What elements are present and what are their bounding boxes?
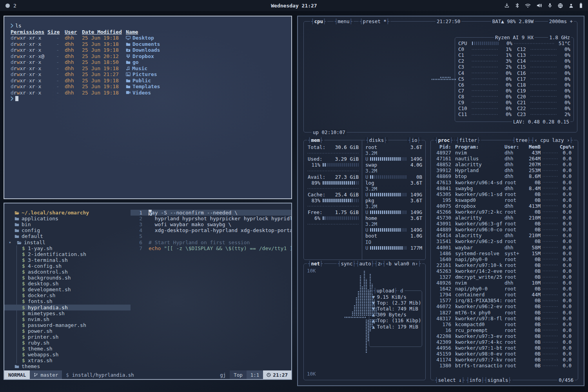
disks-label[interactable]: ┤disks├ (365, 137, 388, 143)
tree-item[interactable]: ▾install (4, 239, 131, 245)
process-row[interactable]: 47161nautilus dhh264M 0.0 (434, 156, 575, 162)
process-row[interactable]: 45414alacritty dhh210M 0.0 (434, 232, 575, 238)
process-row[interactable]: 45266kworker/u97:2-kc root0B 0.0 (434, 209, 575, 215)
proc-signals-button[interactable]: ┤signals├ (483, 377, 512, 383)
process-row[interactable]: 176kcompactd0 root0B 0.0 (434, 321, 575, 327)
process-row[interactable]: 44001waybar dhh58M 0.0 (434, 245, 575, 250)
proc-tree-toggle[interactable]: ┤tree├ (512, 137, 532, 143)
process-row[interactable]: 44956kworker/u97:1-bt root0B 0.0 (434, 345, 575, 351)
tree-item[interactable]: $docker.sh (4, 292, 131, 298)
bluetooth-icon[interactable] (515, 3, 519, 8)
proc-sort-selector[interactable]: ┤‹ cpu lazy ›├ (530, 137, 574, 143)
process-row[interactable]: 39912Hyprland dhh253M 0.0 (434, 167, 575, 173)
proc-filter-button[interactable]: ┤filter├ (455, 137, 481, 143)
tree-item[interactable]: $2-identification.sh (4, 251, 131, 257)
tree-item[interactable]: default (4, 233, 131, 239)
update-interval[interactable]: 2000ms + (548, 18, 574, 24)
tree-item[interactable]: bin (4, 221, 131, 227)
process-row[interactable]: 22161kworker/u97:10-k root0B 0.0 (434, 262, 575, 268)
tree-item[interactable]: config (4, 227, 131, 233)
tree-item[interactable]: $password-manager.sh (4, 322, 131, 328)
btop-tab-cpu[interactable]: ┤cpu├ (310, 18, 327, 24)
btop-tab-net[interactable]: ┤net├ (307, 261, 324, 267)
process-row[interactable]: 45159kworker/u98:0-ev root0B 0.0 (434, 351, 575, 357)
workspace-indicator[interactable]: 2 (13, 3, 16, 9)
tree-item[interactable]: $development.sh (4, 287, 131, 292)
btop-menu-button[interactable]: ┤menu├ (334, 18, 354, 24)
process-row[interactable]: 43091kworker/u96:3-gf root0B 0.0 (434, 221, 575, 227)
volume-icon[interactable] (537, 3, 542, 8)
tree-item[interactable]: $nvim.sh (4, 316, 131, 322)
tree-item[interactable]: $backgrounds.sh (4, 275, 131, 281)
io-mode-toggle[interactable]: ┤io├ (407, 137, 421, 143)
process-row[interactable]: 48927nvim dhh43M 0.0 (434, 150, 575, 156)
proc-info-button[interactable]: ┤info├ (465, 377, 485, 383)
net-interface[interactable]: ┤‹b wlan0 n›├ (381, 261, 422, 267)
tree-item[interactable]: $desktop.sh (4, 281, 131, 287)
process-row[interactable]: 48869btop dhh8.6M 0.0 (434, 173, 575, 179)
process-row[interactable]: 1486systemd-resolve syst+15M 0.0 (434, 250, 575, 256)
net-auto-toggle[interactable]: ┤auto├ (355, 261, 375, 267)
process-row[interactable]: 42208kworker/u97:3-ev root0B 0.0 (434, 333, 575, 339)
process-row[interactable]: 48841swaybg dhh8.4M 0.0 (434, 185, 575, 191)
packages-icon[interactable] (504, 3, 510, 8)
user-icon[interactable] (569, 3, 573, 8)
process-row[interactable]: 1642napi/phy0-0 root0B 0.0 (434, 286, 575, 292)
process-row[interactable]: 46072kworker/u96:2-ev root0B 0.0 (434, 303, 575, 309)
git-branch[interactable]: master (30, 370, 62, 379)
wifi-icon[interactable] (525, 3, 531, 8)
tree-item[interactable]: $1-yay.sh (4, 245, 131, 251)
process-row[interactable]: 48852alacritty dhh207M 0.0 (434, 162, 575, 167)
tree-item[interactable]: $fonts.sh (4, 298, 131, 304)
process-row[interactable]: 48317kworker/u97:8-fl root0B 0.0 (434, 316, 575, 321)
process-row[interactable]: 1827mt76-tx phy0 root0B 0.0 (434, 310, 575, 316)
net-sync-toggle[interactable]: ┤sync├ (337, 261, 357, 267)
process-table-header[interactable]: Pid: Program: User: MemB Cpu% ↑ (434, 143, 575, 150)
tree-item[interactable]: applications (4, 216, 131, 221)
code-editor[interactable]: 1yay -S --noconfirm --needed \2 hyprland… (131, 210, 291, 370)
process-row[interactable]: 41174kworker/u97:7-kv root0B 0.0 (434, 357, 575, 363)
tree-item[interactable]: $asdcontrol.sh (4, 269, 131, 275)
cpu-frequency: 1.8 GHz (548, 34, 571, 40)
workspace-icon[interactable] (5, 4, 10, 8)
mic-icon[interactable] (548, 3, 552, 8)
btop-preset-button[interactable]: ┤preset *├ (359, 18, 390, 24)
process-row[interactable]: 47613kworker/u96:4-sd root0B 0.0 (434, 179, 575, 185)
tree-item[interactable]: $3-terminal.sh (4, 257, 131, 263)
process-row[interactable]: 45263kworker/14:2-eve root0B 0.0 (434, 268, 575, 274)
process-row[interactable]: 1380btrfs-transactio root0B 0.0 (434, 363, 575, 368)
process-row[interactable]: 42309kworker/u97:4-kc root0B 0.0 (434, 339, 575, 345)
tree-item[interactable]: $4-config.sh (4, 263, 131, 269)
battery-icon[interactable] (579, 3, 583, 8)
process-row[interactable]: 48926nvim dhh10M 0.0 (434, 280, 575, 286)
tree-item[interactable]: $webapps.sh (4, 352, 131, 358)
tree-item[interactable]: $ruby.sh (4, 340, 131, 346)
tree-item[interactable]: $printer.sh (4, 334, 131, 340)
process-row[interactable]: 31541kworker/u96:2-sd root0B 0.0 (434, 238, 575, 244)
tree-item[interactable]: $xtras.sh (4, 358, 131, 363)
btop-tab-proc[interactable]: ┤proc├ (434, 137, 454, 143)
process-row[interactable]: 1640napi/phy0-0 root0B 0.0 (434, 256, 575, 262)
process-row[interactable]: 45730alacritty dhh210M 0.0 (434, 215, 575, 221)
terminal-window-ls[interactable]: ls PermissionsSizeUserDate ModifiedName … (4, 16, 292, 199)
process-row[interactable]: 16rcu_preempt root0B 0.0 (434, 327, 575, 333)
tree-item[interactable]: $mimetypes.sh (4, 310, 131, 316)
process-row[interactable]: 1327dmcrypt_write/25 root0B 0.0 (434, 274, 575, 280)
process-row[interactable]: 44889kworker/u96:0-co root0B 0.0 (434, 227, 575, 232)
process-row[interactable]: 45305kworker/u96:1-sd root0B 0.0 (434, 191, 575, 197)
proc-select-hint[interactable]: ┤select ↓├ (434, 377, 466, 383)
editor-window[interactable]: ~/.local/share/omarchy applicationsbinco… (4, 203, 292, 380)
process-row[interactable]: 195kswapd0 root0B 0.0 (434, 197, 575, 203)
tree-item[interactable]: themes (4, 363, 131, 369)
tree-item[interactable]: $power.sh (4, 328, 131, 334)
process-row[interactable]: 40075dropbox dhh413M 0.0 (434, 203, 575, 209)
tree-item[interactable]: $hyprlandia.sh (4, 305, 131, 310)
tree-item[interactable]: $theme.sh (4, 346, 131, 352)
prompt-line[interactable] (11, 96, 291, 102)
process-row[interactable]: 1794containerd root44M 0.0 (434, 292, 575, 298)
process-row[interactable]: 1577irq/81-PIXA3854: root0B 0.0 (434, 298, 575, 303)
globe-icon[interactable] (558, 3, 563, 8)
btop-window[interactable]: ┤cpu├ ┤menu├ ┤preset *├ 21:27:50 BAT▲ 98… (297, 16, 584, 386)
btop-tab-mem[interactable]: ┤mem├ (307, 137, 324, 143)
tree-root-path[interactable]: ~/.local/share/omarchy (4, 210, 131, 216)
